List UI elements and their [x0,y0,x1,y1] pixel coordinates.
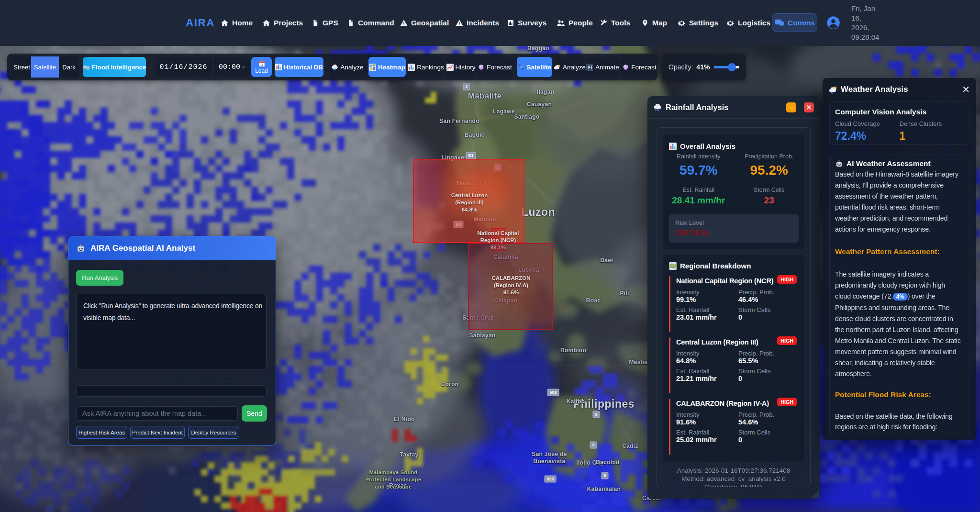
svg-text:17: 17 [260,63,263,66]
